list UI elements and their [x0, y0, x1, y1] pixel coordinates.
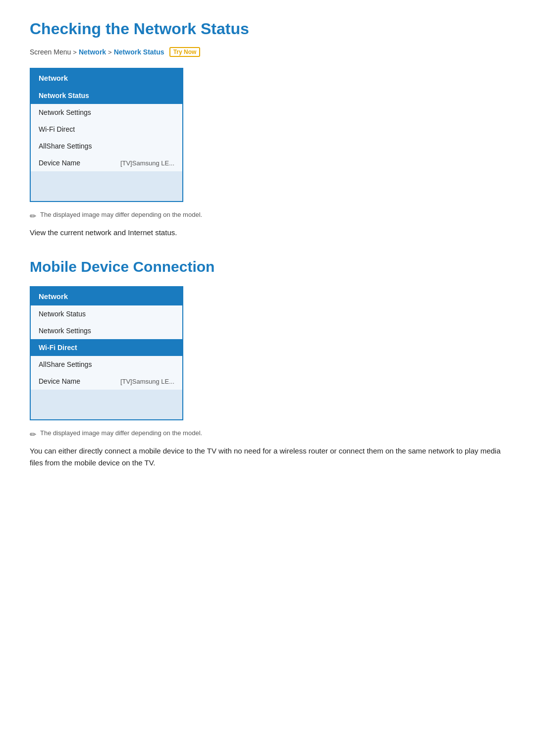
menu-item2-device-name[interactable]: Device Name [TV]Samsung LE...: [31, 373, 182, 390]
section-mobile-device: Mobile Device Connection Network Network…: [30, 258, 505, 469]
menu-item-network-settings[interactable]: Network Settings: [31, 104, 182, 121]
menu-item-label: Wi-Fi Direct: [39, 125, 75, 133]
menu-header-section1: Network: [31, 69, 182, 87]
note-text-section1: The displayed image may differ depending…: [40, 211, 202, 218]
try-now-badge[interactable]: Try Now: [169, 47, 201, 57]
menu-item-label: AllShare Settings: [39, 360, 92, 368]
menu-item-network-status-active[interactable]: Network Status: [31, 87, 182, 104]
menu-item-device-name[interactable]: Device Name [TV]Samsung LE...: [31, 154, 182, 171]
menu-spacer-section1: [31, 171, 182, 201]
description-section2: You can either directly connect a mobile…: [30, 445, 505, 469]
menu-item2-wifi-direct-active[interactable]: Wi-Fi Direct: [31, 339, 182, 356]
section-network-status: Checking the Network Status Screen Menu …: [30, 20, 505, 239]
menu-item-allshare-settings[interactable]: AllShare Settings: [31, 138, 182, 154]
note-text-section2: The displayed image may differ depending…: [40, 429, 202, 437]
menu-item2-network-status[interactable]: Network Status: [31, 305, 182, 322]
section1-title: Checking the Network Status: [30, 20, 505, 38]
breadcrumb-link-network-status[interactable]: Network Status: [114, 48, 164, 56]
menu-item-label: Wi-Fi Direct: [39, 344, 77, 352]
menu-item-label: Network Status: [39, 92, 89, 100]
note-section2: ✏ The displayed image may differ dependi…: [30, 429, 505, 439]
breadcrumb-prefix: Screen Menu: [30, 48, 71, 56]
menu-item-label: Network Settings: [39, 327, 91, 335]
menu-item-label: Device Name: [39, 159, 80, 167]
menu-item-label: Device Name: [39, 377, 80, 385]
pencil-icon-2: ✏: [30, 430, 36, 439]
menu-item-label: Network Settings: [39, 108, 91, 116]
menu-item2-allshare-settings[interactable]: AllShare Settings: [31, 356, 182, 373]
menu-box-section1: Network Network Status Network Settings …: [30, 68, 183, 202]
breadcrumb-link-network[interactable]: Network: [79, 48, 106, 56]
menu-item-label: Network Status: [39, 310, 86, 318]
menu-item-value: [TV]Samsung LE...: [120, 159, 174, 167]
menu-spacer-section2: [31, 390, 182, 419]
pencil-icon: ✏: [30, 211, 36, 221]
note-section1: ✏ The displayed image may differ dependi…: [30, 211, 505, 221]
menu-item-wifi-direct[interactable]: Wi-Fi Direct: [31, 121, 182, 138]
section2-title: Mobile Device Connection: [30, 258, 505, 275]
menu-box-section2: Network Network Status Network Settings …: [30, 286, 183, 420]
menu-header-section2: Network: [31, 287, 182, 305]
description-section1: View the current network and Internet st…: [30, 227, 505, 239]
menu-item2-value: [TV]Samsung LE...: [120, 378, 174, 385]
menu-item-label: AllShare Settings: [39, 142, 92, 150]
breadcrumb-section1: Screen Menu > Network > Network Status T…: [30, 47, 505, 57]
breadcrumb-sep2: >: [108, 49, 112, 56]
breadcrumb-sep1: >: [73, 49, 77, 56]
menu-item2-network-settings[interactable]: Network Settings: [31, 322, 182, 339]
